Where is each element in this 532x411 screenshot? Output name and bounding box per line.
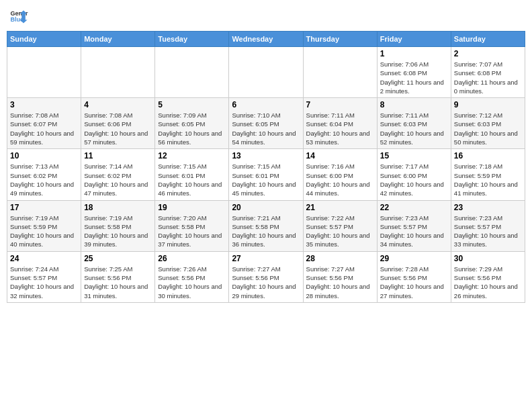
day-info: Sunrise: 7:08 AM Sunset: 6:07 PM Dayligh… [10, 111, 78, 146]
empty-cell [229, 47, 303, 98]
day-cell-10: 10Sunrise: 7:13 AM Sunset: 6:02 PM Dayli… [7, 149, 81, 200]
day-number: 23 [454, 203, 522, 212]
weekday-header-wednesday: Wednesday [229, 32, 303, 47]
day-cell-28: 28Sunrise: 7:27 AM Sunset: 5:56 PM Dayli… [303, 251, 377, 302]
day-cell-13: 13Sunrise: 7:15 AM Sunset: 6:01 PM Dayli… [229, 149, 303, 200]
empty-cell [7, 47, 81, 98]
day-cell-30: 30Sunrise: 7:29 AM Sunset: 5:56 PM Dayli… [451, 251, 525, 302]
day-info: Sunrise: 7:21 AM Sunset: 5:58 PM Dayligh… [232, 214, 300, 249]
day-number: 6 [232, 100, 300, 109]
day-number: 29 [380, 254, 448, 263]
day-info: Sunrise: 7:27 AM Sunset: 5:56 PM Dayligh… [232, 265, 300, 300]
weekday-header-sunday: Sunday [7, 32, 81, 47]
day-cell-22: 22Sunrise: 7:23 AM Sunset: 5:57 PM Dayli… [377, 200, 451, 251]
week-row-4: 17Sunrise: 7:19 AM Sunset: 5:59 PM Dayli… [7, 200, 525, 251]
day-info: Sunrise: 7:11 AM Sunset: 6:03 PM Dayligh… [380, 111, 448, 146]
day-info: Sunrise: 7:07 AM Sunset: 6:08 PM Dayligh… [454, 60, 522, 95]
day-number: 16 [454, 151, 522, 161]
day-number: 17 [10, 203, 78, 212]
day-info: Sunrise: 7:12 AM Sunset: 6:03 PM Dayligh… [454, 111, 522, 146]
day-number: 25 [84, 254, 152, 263]
day-info: Sunrise: 7:14 AM Sunset: 6:02 PM Dayligh… [84, 162, 152, 197]
day-cell-17: 17Sunrise: 7:19 AM Sunset: 5:59 PM Dayli… [7, 200, 81, 251]
weekday-header-saturday: Saturday [451, 32, 525, 47]
weekday-header-thursday: Thursday [303, 32, 377, 47]
day-cell-9: 9Sunrise: 7:12 AM Sunset: 6:03 PM Daylig… [451, 98, 525, 149]
week-row-1: 1Sunrise: 7:06 AM Sunset: 6:08 PM Daylig… [7, 47, 525, 98]
day-info: Sunrise: 7:08 AM Sunset: 6:06 PM Dayligh… [84, 111, 152, 146]
day-number: 2 [454, 49, 522, 58]
day-cell-5: 5Sunrise: 7:09 AM Sunset: 6:05 PM Daylig… [155, 98, 229, 149]
day-number: 11 [84, 151, 152, 161]
day-number: 28 [306, 254, 374, 263]
day-number: 20 [232, 203, 300, 212]
day-number: 27 [232, 254, 300, 263]
day-number: 8 [380, 100, 448, 109]
day-cell-21: 21Sunrise: 7:22 AM Sunset: 5:57 PM Dayli… [303, 200, 377, 251]
day-cell-14: 14Sunrise: 7:16 AM Sunset: 6:00 PM Dayli… [303, 149, 377, 200]
day-number: 3 [10, 100, 78, 109]
day-cell-29: 29Sunrise: 7:28 AM Sunset: 5:56 PM Dayli… [377, 251, 451, 302]
day-number: 1 [380, 49, 448, 58]
calendar-table: SundayMondayTuesdayWednesdayThursdayFrid… [7, 31, 525, 303]
day-number: 18 [84, 203, 152, 212]
day-info: Sunrise: 7:23 AM Sunset: 5:57 PM Dayligh… [454, 214, 522, 249]
day-number: 14 [306, 151, 374, 161]
weekday-header-row: SundayMondayTuesdayWednesdayThursdayFrid… [7, 32, 525, 47]
day-number: 12 [158, 151, 226, 161]
day-info: Sunrise: 7:09 AM Sunset: 6:05 PM Dayligh… [158, 111, 226, 146]
empty-cell [81, 47, 155, 98]
day-number: 22 [380, 203, 448, 212]
day-number: 10 [10, 151, 78, 161]
day-info: Sunrise: 7:29 AM Sunset: 5:56 PM Dayligh… [454, 265, 522, 300]
day-cell-6: 6Sunrise: 7:10 AM Sunset: 6:05 PM Daylig… [229, 98, 303, 149]
day-number: 19 [158, 203, 226, 212]
day-info: Sunrise: 7:22 AM Sunset: 5:57 PM Dayligh… [306, 214, 374, 249]
day-number: 24 [10, 254, 78, 263]
day-cell-1: 1Sunrise: 7:06 AM Sunset: 6:08 PM Daylig… [377, 47, 451, 98]
day-cell-27: 27Sunrise: 7:27 AM Sunset: 5:56 PM Dayli… [229, 251, 303, 302]
weekday-header-friday: Friday [377, 32, 451, 47]
day-number: 5 [158, 100, 226, 109]
day-info: Sunrise: 7:26 AM Sunset: 5:56 PM Dayligh… [158, 265, 226, 300]
day-info: Sunrise: 7:10 AM Sunset: 6:05 PM Dayligh… [232, 111, 300, 146]
day-info: Sunrise: 7:28 AM Sunset: 5:56 PM Dayligh… [380, 265, 448, 300]
day-cell-25: 25Sunrise: 7:25 AM Sunset: 5:56 PM Dayli… [81, 251, 155, 302]
day-info: Sunrise: 7:18 AM Sunset: 5:59 PM Dayligh… [454, 162, 522, 197]
day-cell-11: 11Sunrise: 7:14 AM Sunset: 6:02 PM Dayli… [81, 149, 155, 200]
day-info: Sunrise: 7:11 AM Sunset: 6:04 PM Dayligh… [306, 111, 374, 146]
week-row-5: 24Sunrise: 7:24 AM Sunset: 5:57 PM Dayli… [7, 251, 525, 302]
day-number: 21 [306, 203, 374, 212]
day-info: Sunrise: 7:15 AM Sunset: 6:01 PM Dayligh… [232, 162, 300, 197]
day-cell-20: 20Sunrise: 7:21 AM Sunset: 5:58 PM Dayli… [229, 200, 303, 251]
svg-text:Blue: Blue [10, 16, 24, 23]
day-info: Sunrise: 7:27 AM Sunset: 5:56 PM Dayligh… [306, 265, 374, 300]
day-cell-19: 19Sunrise: 7:20 AM Sunset: 5:58 PM Dayli… [155, 200, 229, 251]
day-info: Sunrise: 7:17 AM Sunset: 6:00 PM Dayligh… [380, 162, 448, 197]
day-cell-7: 7Sunrise: 7:11 AM Sunset: 6:04 PM Daylig… [303, 98, 377, 149]
day-cell-16: 16Sunrise: 7:18 AM Sunset: 5:59 PM Dayli… [451, 149, 525, 200]
day-info: Sunrise: 7:20 AM Sunset: 5:58 PM Dayligh… [158, 214, 226, 249]
day-cell-12: 12Sunrise: 7:15 AM Sunset: 6:01 PM Dayli… [155, 149, 229, 200]
day-cell-26: 26Sunrise: 7:26 AM Sunset: 5:56 PM Dayli… [155, 251, 229, 302]
day-info: Sunrise: 7:16 AM Sunset: 6:00 PM Dayligh… [306, 162, 374, 197]
day-cell-3: 3Sunrise: 7:08 AM Sunset: 6:07 PM Daylig… [7, 98, 81, 149]
day-info: Sunrise: 7:19 AM Sunset: 5:59 PM Dayligh… [10, 214, 78, 249]
day-info: Sunrise: 7:23 AM Sunset: 5:57 PM Dayligh… [380, 214, 448, 249]
logo-icon: General Blue [9, 7, 28, 26]
logo: General Blue [9, 7, 28, 26]
day-info: Sunrise: 7:19 AM Sunset: 5:58 PM Dayligh… [84, 214, 152, 249]
day-number: 9 [454, 100, 522, 109]
day-info: Sunrise: 7:13 AM Sunset: 6:02 PM Dayligh… [10, 162, 78, 197]
day-cell-18: 18Sunrise: 7:19 AM Sunset: 5:58 PM Dayli… [81, 200, 155, 251]
day-cell-2: 2Sunrise: 7:07 AM Sunset: 6:08 PM Daylig… [451, 47, 525, 98]
page-header: General Blue [7, 7, 525, 26]
day-number: 15 [380, 151, 448, 161]
day-info: Sunrise: 7:24 AM Sunset: 5:57 PM Dayligh… [10, 265, 78, 300]
empty-cell [155, 47, 229, 98]
week-row-2: 3Sunrise: 7:08 AM Sunset: 6:07 PM Daylig… [7, 98, 525, 149]
day-cell-24: 24Sunrise: 7:24 AM Sunset: 5:57 PM Dayli… [7, 251, 81, 302]
day-number: 26 [158, 254, 226, 263]
day-cell-8: 8Sunrise: 7:11 AM Sunset: 6:03 PM Daylig… [377, 98, 451, 149]
day-cell-23: 23Sunrise: 7:23 AM Sunset: 5:57 PM Dayli… [451, 200, 525, 251]
